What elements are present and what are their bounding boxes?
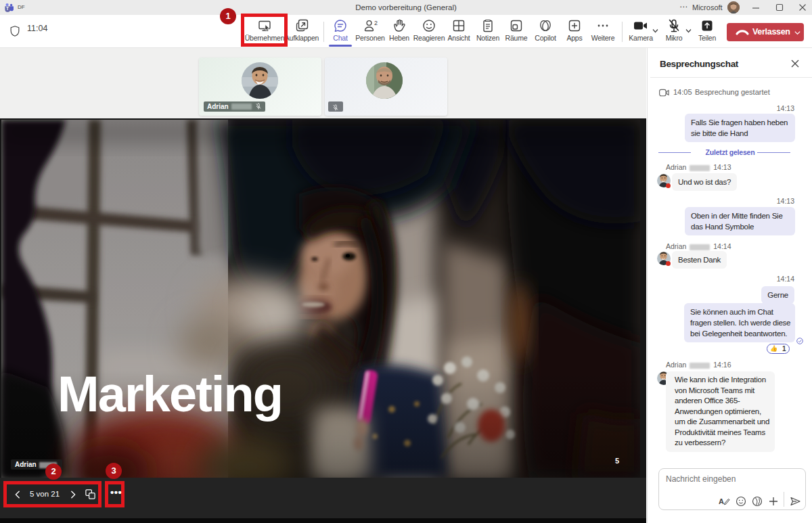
svg-text:T: T [6, 6, 9, 11]
svg-text:2: 2 [374, 20, 378, 26]
svg-text:A: A [719, 497, 724, 505]
